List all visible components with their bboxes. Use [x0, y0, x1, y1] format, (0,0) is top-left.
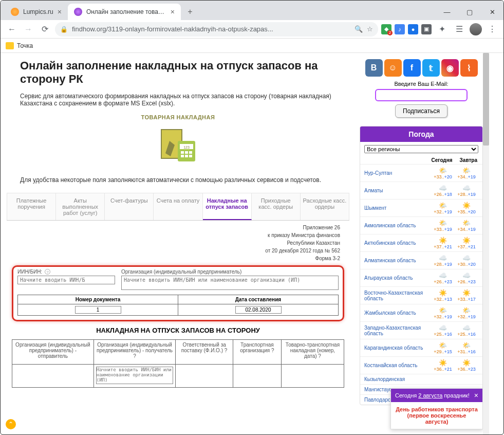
org-input[interactable] — [121, 276, 339, 290]
city-link[interactable]: Актюбинская область — [364, 240, 431, 246]
doc-number-table: Номер документа Дата составления — [17, 295, 339, 316]
menu-button[interactable]: ⋮ — [485, 22, 499, 37]
tab-payments[interactable]: Платежные поручения — [7, 193, 56, 220]
holiday-banner: Сегодня 2 августа праздник! × День работ… — [390, 388, 483, 429]
ok-icon[interactable]: ☺ — [384, 59, 402, 77]
browser-tab[interactable]: Lumpics.ru × — [5, 4, 68, 20]
th-docnum: Номер документа — [18, 295, 178, 304]
weather-row: Восточно-Казахстанская область☀️+32..+13… — [360, 286, 482, 304]
extensions-button[interactable]: ✦ — [435, 22, 449, 37]
holiday-header: Сегодня 2 августа праздник! — [395, 392, 470, 398]
instagram-icon[interactable]: ◉ — [441, 59, 459, 77]
weather-widget: Погода Все регионы Сегодня Завтра Нур-Су… — [360, 126, 483, 405]
page-viewport: Онлайн заполнение накладных на отпуск за… — [1, 53, 503, 435]
docnum-input[interactable] — [75, 306, 121, 314]
browser-tab-active[interactable]: Онлайн заполнение товарной н × — [68, 4, 181, 20]
new-tab-button[interactable]: + — [183, 5, 197, 19]
svg-text:123: 123 — [183, 146, 190, 149]
close-icon[interactable]: × — [58, 8, 62, 16]
help-icon[interactable]: ? — [318, 353, 321, 359]
svg-rect-9 — [181, 155, 184, 157]
extension-icon[interactable]: ● — [408, 24, 418, 34]
city-link[interactable]: Акмолинская область — [364, 223, 431, 228]
star-icon[interactable]: ☆ — [367, 25, 373, 33]
svg-rect-6 — [181, 151, 184, 154]
city-link[interactable]: Шымкент — [364, 205, 431, 211]
tab-title: Онлайн заполнение товарной н — [86, 8, 166, 15]
label-iin: ИИН/БИН: ? — [17, 269, 115, 275]
city-link[interactable]: Костанайская область — [364, 362, 431, 368]
th-docdate: Дата составления — [178, 295, 339, 304]
recipient-input[interactable] — [96, 367, 174, 384]
tab-bills[interactable]: Счета на оплату — [154, 193, 202, 220]
close-icon[interactable]: × — [474, 391, 478, 400]
vk-icon[interactable]: B — [365, 59, 383, 77]
forward-button[interactable]: → — [21, 22, 35, 37]
form-heading: НАКЛАДНАЯ НА ОТПУСК ЗАПАСОВ НА СТОРОНУ — [7, 327, 349, 334]
favicon-icon — [11, 8, 19, 16]
city-link[interactable]: Восточно-Казахстанская область — [364, 290, 431, 301]
help-icon[interactable]: ? — [225, 348, 228, 353]
city-link[interactable]: Атырауская область — [364, 275, 431, 281]
form-icon: 123 — [155, 122, 201, 169]
weather-row: Атырауская область☁️+26..+23☁️+26..+23 — [360, 269, 482, 286]
weather-row: Жамбылская область🌤️+32..+19🌤️+32..+19 — [360, 304, 482, 321]
svg-rect-8 — [189, 151, 192, 154]
scroll-top-button[interactable]: ⌃ — [6, 419, 16, 429]
page-title: Онлайн заполнение накладных на отпуск за… — [7, 59, 349, 86]
twitter-icon[interactable]: 𝕥 — [422, 59, 440, 77]
address-bar[interactable]: 🔒 findhow.org/3119-onlayn-formirovatel-n… — [55, 22, 378, 37]
help-icon[interactable]: ? — [45, 269, 50, 275]
url-text: findhow.org/3119-onlayn-formirovatel-nak… — [72, 25, 350, 33]
profile-avatar[interactable] — [470, 23, 482, 35]
weather-row: Алматы☁️+26..+18☁️+28..+19 — [360, 182, 482, 199]
page-hint: Для удобства некоторые поля заполняются … — [7, 176, 349, 184]
scrollbar[interactable] — [483, 53, 489, 434]
tab-invoices[interactable]: Счет-фактуры — [105, 193, 154, 220]
city-link[interactable]: Жамбылская область — [364, 310, 431, 316]
city-link[interactable]: Кызылординская — [364, 376, 431, 382]
tab-acts[interactable]: Акты выполненных работ (услуг) — [56, 193, 105, 220]
weather-row: Западно-Казахстанская область☁️+25..+16☁… — [360, 321, 482, 339]
back-button[interactable]: ← — [5, 22, 19, 37]
iin-input[interactable] — [17, 276, 115, 284]
docdate-input[interactable] — [235, 306, 282, 314]
weather-row: Карагандинская область🌤️+29..+15🌤️+31..+… — [360, 339, 482, 356]
svg-rect-11 — [189, 155, 192, 157]
region-select[interactable]: Все регионы — [364, 145, 478, 153]
bookmark-item[interactable]: Точка — [17, 42, 33, 49]
city-link[interactable]: Алматы — [364, 188, 431, 193]
minimize-button[interactable]: — — [436, 4, 458, 20]
email-input[interactable] — [375, 89, 468, 101]
city-link[interactable]: Нур-Султан — [364, 170, 431, 176]
rss-icon[interactable]: ⌇ — [460, 59, 478, 77]
weather-row: Шымкент🌤️+32..+19☀️+35..+20 — [360, 199, 482, 216]
browser-titlebar: Lumpics.ru × Онлайн заполнение товарной … — [1, 1, 503, 20]
tab-expense-orders[interactable]: Расходные касс. ордеры — [301, 193, 349, 220]
facebook-icon[interactable]: f — [403, 59, 421, 77]
maximize-button[interactable]: ▢ — [458, 4, 481, 20]
social-links: B ☺ f 𝕥 ◉ ⌇ — [360, 59, 483, 77]
service-tabs: Платежные поручения Акты выполненных раб… — [7, 193, 349, 221]
reading-list-icon[interactable]: ☰ — [452, 22, 466, 37]
extension-icon[interactable]: ♪ — [395, 24, 405, 34]
page-intro: Сервис для автоматического формирования … — [7, 93, 349, 107]
city-link[interactable]: Западно-Казахстанская область — [364, 325, 431, 336]
reload-button[interactable]: ⟳ — [38, 22, 52, 37]
help-icon[interactable]: ? — [133, 353, 136, 359]
city-link[interactable]: Карагандинская область — [364, 345, 431, 351]
close-icon[interactable]: × — [171, 8, 175, 16]
tab-nakladnye[interactable]: Накладные на отпуск запасов — [203, 193, 252, 220]
city-link[interactable]: Алматинская область — [364, 258, 431, 263]
subscribe-button[interactable]: Подписаться — [395, 104, 447, 118]
scrollbar-thumb[interactable] — [483, 53, 489, 146]
highlighted-form-section: ИИН/БИН: ? Организация (индивидуальный п… — [12, 265, 344, 321]
search-icon[interactable]: 🔍 — [354, 25, 363, 33]
tab-income-orders[interactable]: Приходные касс. ордеры — [252, 193, 301, 220]
help-icon[interactable]: ? — [271, 348, 274, 353]
close-window-button[interactable]: ✕ — [481, 4, 503, 20]
extension-icon[interactable]: ◆2 — [381, 24, 391, 34]
extension-icon[interactable]: ▣ — [421, 24, 432, 34]
holiday-body: День работников транспорта (первое воскр… — [391, 402, 482, 429]
form-meta: Приложение 26 к приказу Министра финансо… — [7, 221, 349, 264]
